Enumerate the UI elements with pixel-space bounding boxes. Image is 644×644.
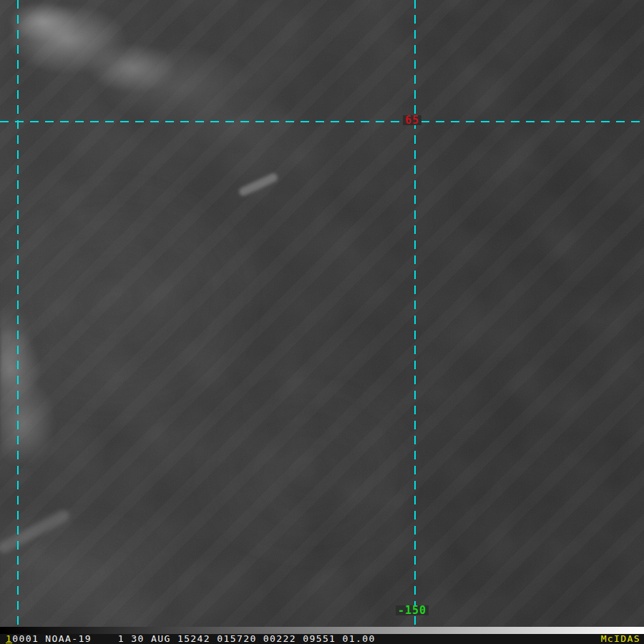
longitude-gridline-left — [17, 0, 19, 627]
latitude-gridline-65n — [0, 121, 644, 122]
longitude-gridline-150w — [414, 0, 416, 627]
image-info-text: 0001 NOAA-19 1 30 AUG 15242 015720 00222… — [12, 634, 375, 644]
image-noise-texture — [0, 0, 644, 627]
satellite-image[interactable]: 65 -150 — [0, 0, 644, 627]
latitude-label: 65 — [403, 115, 421, 125]
mcidas-window: 65 -150 10001 NOAA-19 1 30 AUG 15242 015… — [0, 0, 644, 644]
status-bar: 10001 NOAA-19 1 30 AUG 15242 015720 0022… — [0, 634, 644, 644]
frame-number: 1 — [0, 634, 12, 644]
mcidas-brand-label: McIDAS — [601, 634, 644, 644]
longitude-label: -150 — [396, 605, 429, 615]
